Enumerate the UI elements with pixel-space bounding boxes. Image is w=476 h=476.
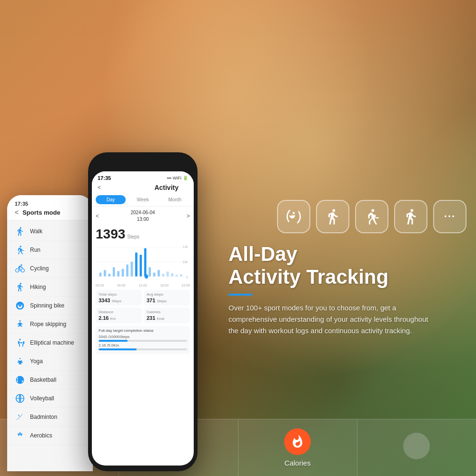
elliptical-icon (15, 337, 25, 348)
svg-text:1.0k: 1.0k (183, 245, 188, 249)
svg-rect-11 (113, 267, 115, 276)
svg-rect-25 (176, 275, 178, 276)
stat-total-steps: Total steps 3343 Steps (96, 290, 142, 306)
sport-mode-more[interactable]: ··· (433, 200, 466, 233)
status-icons: ▪▪▪ WiFi 🔋 (167, 176, 188, 180)
svg-rect-10 (108, 274, 110, 277)
phone-notch (121, 158, 164, 169)
sport-mode-running[interactable] (355, 200, 388, 233)
list-item[interactable]: Yoga (7, 352, 93, 371)
sport-volleyball-label: Volleyball (30, 395, 54, 402)
stats-grid: Total steps 3343 Steps Avg steps 371 Ste… (96, 290, 190, 323)
sport-mode-hiking[interactable] (316, 200, 349, 233)
tab-week[interactable]: Week (128, 195, 158, 204)
bottom-stat-fourth (357, 419, 476, 476)
svg-rect-14 (126, 265, 129, 277)
bg-phone-title: Sports mode (22, 209, 60, 216)
phone-screen: 17:35 ▪▪▪ WiFi 🔋 < Activity Day Week Mon… (92, 171, 194, 466)
bg-nav-back[interactable]: < (15, 208, 19, 216)
date-navigation: < 2024-06-04 13:00 > (96, 209, 190, 223)
svg-rect-24 (171, 273, 173, 277)
phone-main: 17:35 ▪▪▪ WiFi 🔋 < Activity Day Week Mon… (88, 152, 198, 471)
svg-text:0.5k: 0.5k (183, 260, 188, 264)
list-item[interactable]: Badminton (7, 408, 93, 426)
sport-walk-label: Walk (30, 228, 42, 235)
svg-rect-23 (167, 272, 169, 277)
aerobics-icon (15, 430, 25, 441)
list-item[interactable]: Elliptical machine (7, 334, 93, 352)
sport-run-label: Run (30, 247, 40, 253)
list-item[interactable]: Rope skipping (7, 315, 93, 334)
sport-hiking-label: Hiking (30, 284, 46, 290)
sport-mode-swimming[interactable] (277, 200, 310, 233)
target-title: Full-day target completion status (99, 328, 187, 333)
svg-rect-21 (158, 270, 160, 277)
spinning-icon (15, 300, 25, 311)
cycling-icon (15, 263, 25, 274)
list-item[interactable]: Walk (7, 222, 93, 241)
svg-point-27 (145, 274, 149, 278)
sport-elliptical-label: Elliptical machine (30, 339, 74, 346)
badminton-icon (15, 412, 25, 422)
activity-chart: 1.0k 0.5k 0 (96, 243, 190, 281)
svg-rect-9 (104, 270, 106, 277)
svg-text:0: 0 (186, 276, 188, 279)
bottom-stat-calories: Calories (238, 419, 357, 476)
yoga-icon (15, 356, 25, 367)
next-date-button[interactable]: > (187, 213, 190, 219)
sports-list: Walk Run Cycling Hiking (7, 220, 93, 447)
stat-avg-steps: Avg steps 371 Steps (144, 290, 190, 306)
sport-aerobics-label: Aerobics (30, 432, 52, 439)
sport-yoga-label: Yoga (30, 358, 43, 365)
screen-back[interactable]: < (98, 184, 101, 191)
sport-mode-walking[interactable] (394, 200, 427, 233)
target-distance: 2.16 /5.0Km (99, 343, 187, 350)
target-steps: 3343 /10000Steps (99, 335, 187, 342)
steps-display: 1393 Steps (96, 227, 190, 242)
svg-rect-26 (180, 274, 182, 277)
svg-rect-15 (131, 262, 133, 277)
sport-cycling-label: Cycling (30, 265, 49, 272)
hiking-icon-list (15, 282, 25, 292)
sport-basketball-label: Basketball (30, 377, 56, 383)
tab-day[interactable]: Day (96, 195, 126, 204)
volleyball-icon (15, 393, 25, 404)
tracking-description: Over 100+ sport modes for you to choose … (228, 302, 438, 337)
calories-stat-label: Calories (285, 459, 311, 467)
tab-bar: Day Week Month (92, 193, 194, 207)
list-item[interactable]: Basketball (7, 371, 93, 389)
tracking-divider (228, 294, 252, 296)
list-item[interactable]: Spinning bike (7, 297, 93, 315)
svg-rect-17 (139, 255, 142, 277)
list-item[interactable]: Cycling (7, 259, 93, 278)
svg-rect-12 (117, 271, 119, 276)
rope-icon (15, 319, 25, 329)
svg-rect-20 (153, 273, 156, 277)
svg-rect-22 (162, 274, 165, 277)
stat-calories: Calories 231 Kcal (144, 307, 190, 323)
list-item[interactable]: Hiking (7, 278, 93, 297)
fourth-circle-icon (403, 433, 430, 459)
current-date: 2024-06-04 13:00 (130, 209, 155, 223)
screen-time: 17:35 (98, 175, 111, 181)
tab-month[interactable]: Month (160, 195, 190, 204)
run-icon (15, 245, 25, 255)
svg-rect-8 (99, 273, 102, 277)
target-section: Full-day target completion status 3343 /… (96, 326, 190, 354)
list-item[interactable]: Aerobics (7, 426, 93, 445)
prev-date-button[interactable]: < (96, 213, 99, 219)
list-item[interactable]: Run (7, 241, 93, 259)
steps-progress-bar (99, 340, 128, 342)
steps-unit: Steps (127, 234, 139, 239)
distance-progress-bar (99, 348, 137, 350)
screen-title: Activity (154, 184, 178, 191)
svg-rect-19 (149, 267, 151, 276)
tracking-content: All-Day Activity Tracking Over 100+ spor… (228, 243, 466, 337)
sport-spinning-label: Spinning bike (30, 302, 64, 309)
phone-background: 17:35 < Sports mode Walk Run Cycling (7, 195, 93, 471)
walk-icon (15, 226, 25, 237)
list-item[interactable]: Volleyball (7, 389, 93, 408)
calories-circle-icon (284, 428, 311, 455)
bg-phone-time: 17:35 (15, 201, 85, 207)
sport-rope-label: Rope skipping (30, 321, 66, 327)
